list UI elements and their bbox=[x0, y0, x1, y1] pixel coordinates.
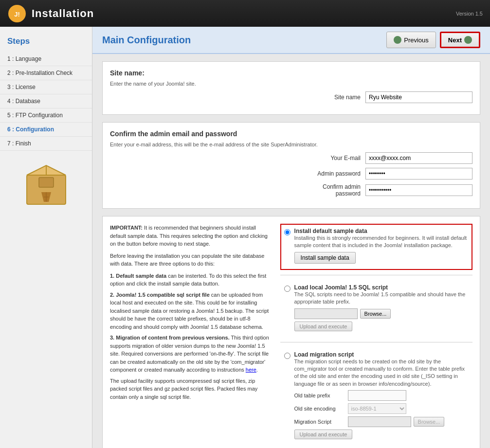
divider2 bbox=[280, 342, 472, 342]
radio3-content: Load migration script The migration scri… bbox=[294, 351, 469, 442]
sample-left: IMPORTANT: It is recommended that beginn… bbox=[110, 224, 271, 448]
old-encoding-row: Old site encoding iso-8859-1 bbox=[294, 403, 469, 414]
nav-buttons: Previous Next bbox=[386, 32, 480, 48]
sidebar-icon-box bbox=[0, 151, 92, 219]
next-label: Next bbox=[448, 36, 462, 44]
sidebar-item-preinstall[interactable]: 2 : Pre-Installation Check bbox=[0, 66, 92, 80]
admin-section-title: Confirm the admin email and password bbox=[110, 130, 472, 138]
migration-upload-btn[interactable]: Upload and execute bbox=[294, 430, 353, 439]
content-area: Main Configuration Previous Next Site na… bbox=[92, 27, 490, 448]
svg-text:J!: J! bbox=[14, 11, 20, 18]
next-button[interactable]: Next bbox=[440, 32, 480, 48]
migration-script-label: Migration Script bbox=[294, 419, 348, 425]
content-header: Main Configuration Previous Next bbox=[92, 27, 490, 54]
site-name-row: Site name bbox=[110, 91, 472, 103]
sidebar-item-database[interactable]: 4 : Database bbox=[0, 94, 92, 108]
migration-file-input[interactable] bbox=[348, 416, 411, 427]
content-body: Site name: Enter the name of your Joomla… bbox=[92, 54, 490, 448]
upload-note: The upload facility supports uncompresse… bbox=[110, 377, 271, 401]
migration-browse-btn[interactable]: Browse... bbox=[414, 417, 445, 427]
site-name-desc: Enter the name of your Joomla! site. bbox=[110, 81, 472, 87]
radio-row-1: Install default sample data Installing t… bbox=[280, 224, 472, 270]
box-icon bbox=[22, 161, 71, 209]
radio-migration[interactable] bbox=[284, 353, 290, 359]
password-input[interactable] bbox=[365, 168, 472, 179]
radio1-desc: Installing this is strongly recommended … bbox=[294, 234, 469, 250]
site-name-input[interactable] bbox=[365, 91, 472, 103]
confirm-password-input[interactable] bbox=[365, 184, 472, 196]
version-label: Version 1.5 bbox=[456, 11, 483, 17]
confirm-password-label: Confirm admin password bbox=[297, 183, 361, 197]
encoding-select[interactable]: iso-8859-1 bbox=[348, 403, 406, 414]
admin-section: Confirm the admin email and password Ent… bbox=[102, 122, 480, 209]
here-link[interactable]: here bbox=[246, 367, 256, 373]
prev-icon bbox=[394, 36, 401, 44]
site-name-title: Site name: bbox=[110, 69, 472, 77]
svg-rect-5 bbox=[39, 178, 54, 187]
migration-browse-row: Browse... bbox=[348, 416, 445, 427]
sidebar: Steps 1 : Language 2 : Pre-Installation … bbox=[0, 27, 92, 448]
logo-area: J! Installation bbox=[7, 4, 94, 23]
install-sample-btn[interactable]: Install sample data bbox=[294, 252, 356, 264]
app-title: Installation bbox=[32, 7, 94, 20]
sidebar-item-finish[interactable]: 7 : Finish bbox=[0, 137, 92, 151]
header: J! Installation Version 1.5 bbox=[0, 0, 490, 27]
sidebar-item-language[interactable]: 1 : Language bbox=[0, 52, 92, 66]
browse-btn-2[interactable]: Browse... bbox=[360, 309, 391, 319]
password-label: Admin password bbox=[297, 170, 361, 177]
joomla-logo-icon: J! bbox=[7, 4, 27, 23]
next-icon bbox=[464, 36, 472, 44]
site-name-section: Site name: Enter the name of your Joomla… bbox=[102, 61, 480, 115]
sql-file-input[interactable] bbox=[294, 308, 358, 319]
option2-text: 2. Joomla! 1.5 compatible sql script fil… bbox=[110, 291, 271, 331]
email-input[interactable] bbox=[365, 152, 472, 164]
sample-right: Install default sample data Installing t… bbox=[280, 224, 472, 448]
confirm-password-row: Confirm admin password bbox=[110, 183, 472, 197]
site-name-label: Site name bbox=[322, 94, 361, 101]
radio3-label: Load migration script bbox=[294, 351, 469, 358]
old-table-prefix-input[interactable] bbox=[348, 390, 406, 401]
password-row: Admin password bbox=[110, 168, 472, 179]
page-title: Main Configuration bbox=[102, 35, 191, 46]
migration-script-row: Migration Script Browse... bbox=[294, 416, 469, 427]
divider1 bbox=[280, 275, 472, 275]
old-table-row: Old table prefix bbox=[294, 390, 469, 401]
radio-row-2: Load local Joomla! 1.5 SQL script The SQ… bbox=[280, 280, 472, 337]
radio2-desc: The SQL scripts need to be Joomla! 1.5 c… bbox=[294, 291, 469, 306]
sample-section: IMPORTANT: It is recommended that beginn… bbox=[102, 216, 480, 448]
old-site-encoding-label: Old site encoding bbox=[294, 406, 348, 412]
option1-text: 1. Default sample data can be insterted.… bbox=[110, 272, 271, 288]
sidebar-item-configuration[interactable]: 6 : Configuration bbox=[0, 123, 92, 137]
admin-section-desc: Enter your e-mail address, this will be … bbox=[110, 142, 472, 147]
radio-local-sql[interactable] bbox=[284, 286, 290, 292]
radio1-content: Install default sample data Installing t… bbox=[294, 228, 469, 266]
email-row: Your E-mail bbox=[110, 152, 472, 164]
browse-row-2: Browse... bbox=[294, 308, 469, 319]
radio-default-sample[interactable] bbox=[284, 229, 290, 235]
email-label: Your E-mail bbox=[297, 155, 361, 161]
radio-row-3: Load migration script The migration scri… bbox=[280, 347, 472, 446]
radio3-desc: The migration script needs to be created… bbox=[294, 358, 469, 388]
old-table-prefix-label: Old table prefix bbox=[294, 393, 348, 398]
important-label: IMPORTANT: bbox=[110, 225, 143, 231]
upload-execute-btn-2[interactable]: Upload and execute bbox=[294, 322, 353, 331]
sidebar-item-license[interactable]: 3 : License bbox=[0, 80, 92, 94]
option3-text: 3. Migration of content from previous ve… bbox=[110, 334, 271, 374]
radio1-label: Install default sample data bbox=[294, 228, 469, 234]
sidebar-item-ftp[interactable]: 5 : FTP Configuration bbox=[0, 108, 92, 123]
before-text: Before leaving the installation you can … bbox=[110, 252, 271, 268]
radio2-label: Load local Joomla! 1.5 SQL script bbox=[294, 284, 469, 291]
main-layout: Steps 1 : Language 2 : Pre-Installation … bbox=[0, 27, 490, 448]
radio2-content: Load local Joomla! 1.5 SQL script The SQ… bbox=[294, 284, 469, 333]
previous-button[interactable]: Previous bbox=[386, 32, 436, 48]
sidebar-title: Steps bbox=[0, 34, 92, 52]
prev-label: Previous bbox=[404, 36, 429, 44]
